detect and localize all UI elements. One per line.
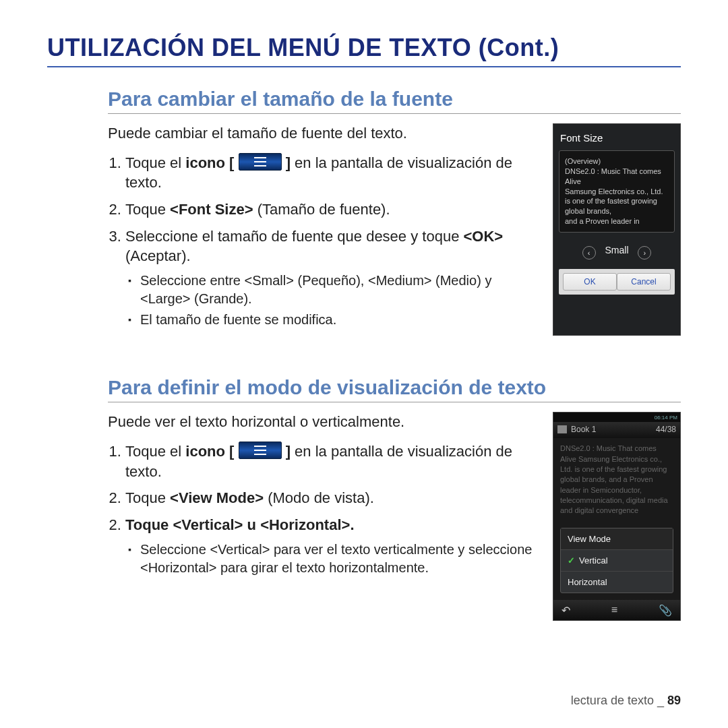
text: ] — [286, 443, 295, 460]
text: icono [ — [185, 154, 234, 171]
device1-selection-row: ‹ Small › — [559, 233, 675, 269]
attachment-icon[interactable]: 📎 — [659, 604, 672, 617]
device2-status-bar: 06:14 PM — [553, 413, 680, 422]
text: Toque el — [125, 154, 185, 171]
text: ] — [286, 154, 295, 171]
text: and a Proven leader in — [565, 216, 669, 226]
option-vertical[interactable]: Vertical — [561, 550, 673, 572]
text: (Aceptar). — [125, 247, 191, 264]
text: u — [243, 516, 260, 533]
page-footer: lectura de texto _ 89 — [571, 694, 681, 708]
section1-step3: Seleccione el tamaño de fuente que desee… — [125, 226, 542, 329]
section-view-mode: Para definir el modo de visualización de… — [47, 376, 681, 621]
option-horizontal[interactable]: Horizontal — [561, 572, 673, 593]
ok-button[interactable]: OK — [563, 273, 617, 291]
text: (Overview) — [565, 156, 669, 166]
device-view-mode: 06:14 PM Book 1 44/38 DNSe2.0 : Music Th… — [553, 412, 681, 621]
device2-popup-menu: View Mode Vertical Horizontal — [560, 528, 673, 593]
section2-sub1: Seleccione <Vertical> para ver el texto … — [140, 541, 542, 577]
device2-book-title: Book 1 — [571, 425, 596, 434]
section1-step2: Toque <Font Size> (Tamaño de fuente). — [125, 200, 542, 220]
section1-step1: Toque el icono [ ] en la pantalla de vis… — [125, 153, 542, 193]
section1-heading: Para cambiar el tamaño de la fuente — [47, 88, 681, 111]
text: <View Mode> — [170, 489, 264, 506]
device1-title: Font Size — [559, 129, 675, 150]
device-font-size: Font Size (Overview) DNSe2.0 : Music Tha… — [553, 123, 681, 336]
text: <Horizontal> — [260, 516, 350, 533]
text: Toque — [125, 201, 170, 218]
text: DNSe2.0 : Music That comes Alive — [565, 166, 669, 187]
back-icon[interactable]: ↶ — [562, 604, 570, 617]
cancel-button[interactable]: Cancel — [617, 273, 671, 291]
text: Toque — [125, 516, 173, 533]
popup-header: View Mode — [561, 528, 673, 550]
section1-divider — [108, 113, 681, 114]
device1-selection: Small — [605, 245, 628, 255]
text: Seleccione el tamaño de fuente que desee… — [125, 228, 463, 245]
device1-preview: (Overview) DNSe2.0 : Music That comes Al… — [559, 150, 675, 233]
footer-section: lectura de texto _ — [571, 694, 664, 707]
text: . — [350, 516, 354, 533]
section2-step1: Toque el icono [ ] en la pantalla de vis… — [125, 442, 542, 481]
menu-bars-icon[interactable]: ≡ — [611, 604, 617, 616]
device2-text-body: DNSe2.0 : Music That comes Alive Samsung… — [553, 438, 680, 522]
section2-step2: Toque <View Mode> (Modo de vista). — [125, 488, 542, 508]
section2-divider — [108, 402, 681, 402]
text: (Modo de vista). — [264, 489, 374, 506]
title-divider — [47, 66, 681, 67]
section1-sub1: Seleccione entre <Small> (Pequeño), <Med… — [140, 272, 542, 308]
text: Toque — [125, 489, 170, 506]
text: Toque el — [125, 443, 185, 460]
menu-icon — [239, 442, 282, 459]
book-icon — [557, 425, 567, 433]
chevron-left-icon[interactable]: ‹ — [582, 246, 596, 260]
text: <OK> — [463, 228, 503, 245]
text: <Font Size> — [170, 201, 253, 218]
text: Samsung Electronics co., Ltd. is one of … — [565, 187, 669, 217]
status-time: 06:14 PM — [655, 415, 677, 421]
chevron-right-icon[interactable]: › — [638, 246, 651, 260]
footer-page-number: 89 — [667, 694, 681, 707]
section1-sub2: El tamaño de fuente se modifica. — [140, 311, 542, 329]
section-font-size: Para cambiar el tamaño de la fuente Pued… — [47, 88, 681, 336]
section2-step3: Toque <Vertical> u <Horizontal>. Selecci… — [125, 515, 542, 577]
section2-intro: Puede ver el texto horizontal o vertical… — [108, 412, 542, 432]
menu-icon — [239, 153, 282, 171]
text: icono [ — [185, 443, 234, 460]
section1-intro: Puede cambiar el tamaño de fuente del te… — [108, 123, 542, 144]
section2-heading: Para definir el modo de visualización de… — [47, 376, 681, 399]
device2-progress: 44/38 — [656, 425, 676, 434]
text: <Vertical> — [173, 516, 243, 533]
page-title: UTILIZACIÓN DEL MENÚ DE TEXTO (Cont.) — [47, 34, 681, 62]
text: (Tamaño de fuente). — [253, 201, 390, 218]
